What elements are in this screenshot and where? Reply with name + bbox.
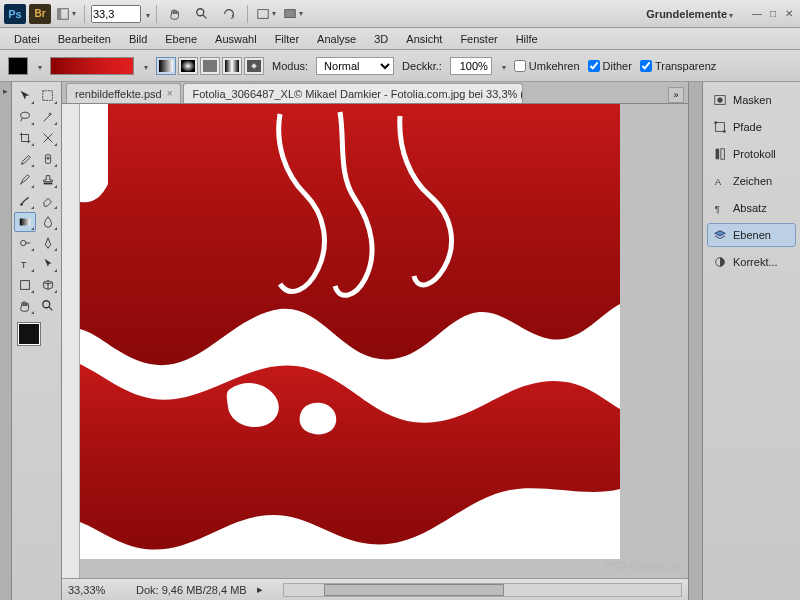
maximize-button[interactable]: □ — [766, 7, 780, 21]
menu-datei[interactable]: Datei — [6, 31, 48, 47]
svg-text:T: T — [21, 259, 27, 270]
healing-tool[interactable] — [37, 149, 59, 169]
eyedropper-tool[interactable] — [14, 149, 36, 169]
gradient-radial[interactable] — [178, 57, 198, 75]
pen-tool[interactable] — [37, 233, 59, 253]
modus-select[interactable]: Normal — [316, 57, 394, 75]
zoom-input[interactable] — [91, 5, 141, 23]
history-brush-tool[interactable] — [14, 191, 36, 211]
shape-tool[interactable] — [14, 275, 36, 295]
panel-zeichen[interactable]: AZeichen — [707, 169, 796, 193]
color-swatches[interactable] — [18, 323, 54, 359]
3d-tool[interactable] — [37, 275, 59, 295]
wand-tool[interactable] — [37, 107, 59, 127]
expand-arrow-icon[interactable]: ▸ — [3, 86, 8, 96]
tool-preset-picker[interactable] — [8, 57, 28, 75]
zoom-tool[interactable] — [37, 296, 59, 316]
vertical-ruler[interactable] — [62, 104, 80, 578]
rotate-view-shortcut[interactable] — [217, 4, 241, 24]
history-icon — [713, 147, 727, 161]
status-arrow-icon[interactable]: ▸ — [257, 583, 263, 596]
panel-ebenen[interactable]: Ebenen — [707, 223, 796, 247]
panels-dock: Masken Pfade Protokoll AZeichen ¶Absatz … — [702, 82, 800, 600]
opacity-dropdown[interactable] — [500, 60, 506, 72]
crop-tool[interactable] — [14, 128, 36, 148]
gradient-angle[interactable] — [200, 57, 220, 75]
brush-tool[interactable] — [14, 170, 36, 190]
panel-korrekturen[interactable]: Korrekt... — [707, 250, 796, 274]
menu-3d[interactable]: 3D — [366, 31, 396, 47]
close-button[interactable]: ✕ — [782, 7, 796, 21]
move-tool[interactable] — [14, 86, 36, 106]
svg-text:A: A — [715, 176, 722, 187]
panel-absatz[interactable]: ¶Absatz — [707, 196, 796, 220]
menu-auswahl[interactable]: Auswahl — [207, 31, 265, 47]
status-doc-size[interactable]: Dok: 9,46 MB/28,4 MB — [136, 584, 247, 596]
layout-dropdown[interactable] — [54, 4, 78, 24]
close-tab-icon[interactable]: × — [167, 88, 173, 99]
menu-fenster[interactable]: Fenster — [452, 31, 505, 47]
canvas-scroll[interactable] — [80, 104, 688, 578]
eraser-tool[interactable] — [37, 191, 59, 211]
svg-rect-9 — [225, 60, 239, 72]
zoom-dropdown[interactable] — [144, 8, 150, 20]
foreground-color-swatch[interactable] — [18, 323, 40, 345]
minimize-button[interactable]: — — [750, 7, 764, 21]
blur-tool[interactable] — [37, 212, 59, 232]
panel-protokoll[interactable]: Protokoll — [707, 142, 796, 166]
photoshop-logo: Ps — [4, 4, 26, 24]
gradient-tool[interactable] — [14, 212, 36, 232]
gradient-preview[interactable] — [50, 57, 134, 75]
artwork-image — [80, 104, 620, 559]
menu-ansicht[interactable]: Ansicht — [398, 31, 450, 47]
dither-checkbox[interactable]: Dither — [588, 60, 632, 72]
menu-analyse[interactable]: Analyse — [309, 31, 364, 47]
watermark: PSD-Tutorials.de — [605, 561, 680, 572]
menu-bild[interactable]: Bild — [121, 31, 155, 47]
bridge-logo[interactable]: Br — [29, 4, 51, 24]
paths-icon — [713, 120, 727, 134]
svg-point-18 — [21, 240, 26, 245]
menu-bearbeiten[interactable]: Bearbeiten — [50, 31, 119, 47]
slice-tool[interactable] — [37, 128, 59, 148]
optionsbar: Modus: Normal Deckkr.: Umkehren Dither T… — [0, 50, 800, 82]
hand-tool-shortcut[interactable] — [163, 4, 187, 24]
document-tab[interactable]: Fotolia_3066487_XL© Mikael Damkier - Fot… — [183, 83, 523, 103]
stamp-tool[interactable] — [37, 170, 59, 190]
separator — [247, 5, 248, 23]
panel-pfade[interactable]: Pfade — [707, 115, 796, 139]
type-tool[interactable]: T — [14, 254, 36, 274]
separator — [156, 5, 157, 23]
lasso-tool[interactable] — [14, 107, 36, 127]
hand-tool[interactable] — [14, 296, 36, 316]
zoom-tool-shortcut[interactable] — [190, 4, 214, 24]
status-zoom[interactable]: 33,33% — [68, 584, 126, 596]
workspace-dropdown[interactable]: Grundelemente — [640, 6, 739, 22]
svg-rect-31 — [721, 149, 725, 160]
gradient-diamond[interactable] — [244, 57, 264, 75]
arrange-dropdown[interactable] — [254, 4, 278, 24]
document-tab[interactable]: renbildeffekte.psd× — [66, 83, 181, 103]
paragraph-icon: ¶ — [713, 201, 727, 215]
menu-filter[interactable]: Filter — [267, 31, 307, 47]
tab-nav-next[interactable]: » — [668, 87, 684, 103]
marquee-tool[interactable] — [37, 86, 59, 106]
gradient-reflected[interactable] — [222, 57, 242, 75]
screen-mode-dropdown[interactable] — [281, 4, 305, 24]
transparenz-checkbox[interactable]: Transparenz — [640, 60, 716, 72]
horizontal-scrollbar[interactable] — [283, 583, 682, 597]
svg-rect-5 — [285, 9, 296, 17]
toolbox: T — [12, 82, 62, 600]
gradient-dropdown[interactable] — [142, 60, 148, 72]
opacity-input[interactable] — [450, 57, 492, 75]
panel-masken[interactable]: Masken — [707, 88, 796, 112]
gradient-linear[interactable] — [156, 57, 176, 75]
dodge-tool[interactable] — [14, 233, 36, 253]
tool-preset-dropdown[interactable] — [36, 60, 42, 72]
menu-ebene[interactable]: Ebene — [157, 31, 205, 47]
umkehren-checkbox[interactable]: Umkehren — [514, 60, 580, 72]
path-selection-tool[interactable] — [37, 254, 59, 274]
scrollbar-thumb[interactable] — [324, 584, 504, 596]
menu-hilfe[interactable]: Hilfe — [508, 31, 546, 47]
canvas[interactable] — [80, 104, 618, 578]
